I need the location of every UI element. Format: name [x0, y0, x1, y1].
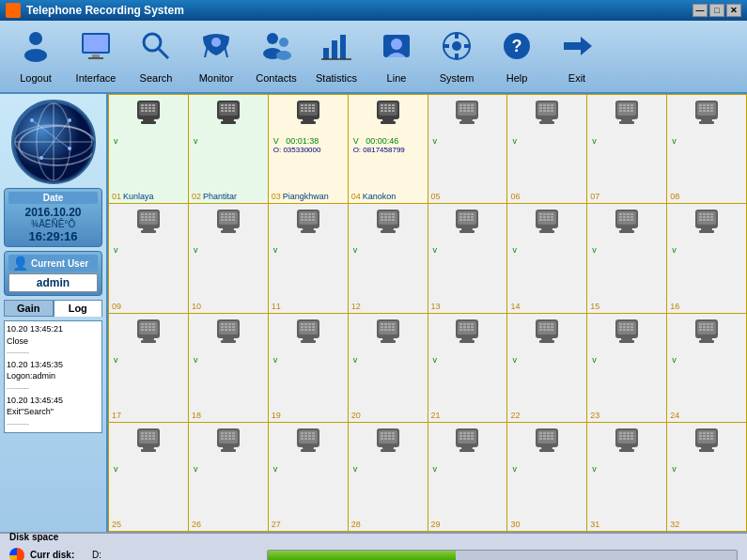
phone-cell-bottom: 12 — [351, 302, 425, 311]
phone-cell[interactable]: v 25 — [109, 423, 189, 532]
maximize-button[interactable]: □ — [709, 4, 724, 17]
main-area: Date 2016.10.20 ¾ÄËÑÊ°Ô 16:29:16 👤 Curre… — [0, 94, 747, 532]
phone-cell[interactable]: v 19 — [269, 314, 349, 423]
line-button[interactable]: Line — [368, 23, 425, 89]
svg-rect-430 — [141, 432, 144, 434]
svg-rect-368 — [467, 323, 470, 325]
phone-cell[interactable]: v 27 — [269, 423, 349, 532]
svg-rect-513 — [551, 432, 553, 434]
phone-cell[interactable]: v 05 — [428, 95, 508, 204]
svg-rect-161 — [710, 104, 713, 106]
phone-num: 05 — [431, 192, 441, 201]
help-button[interactable]: ? Help — [489, 23, 545, 89]
gain-tab[interactable]: Gain — [4, 300, 54, 317]
phone-cell[interactable]: v 18 — [189, 314, 269, 423]
svg-rect-446 — [221, 432, 224, 434]
minimize-button[interactable]: — — [693, 4, 708, 17]
close-button[interactable]: ✕ — [726, 4, 741, 17]
svg-rect-531 — [623, 435, 626, 437]
svg-rect-145 — [630, 104, 633, 106]
svg-rect-447 — [225, 432, 227, 434]
svg-rect-345 — [312, 329, 315, 331]
svg-rect-416 — [707, 323, 709, 325]
monitor-icon — [199, 29, 233, 70]
svg-rect-403 — [623, 326, 626, 328]
svg-rect-136 — [547, 110, 550, 112]
svg-rect-144 — [627, 104, 630, 106]
phone-cell[interactable]: v 01 Kunlaya — [109, 95, 189, 204]
svg-rect-65 — [232, 104, 235, 106]
phone-cell[interactable]: V 00:00:46O: 0817458799 04 Kanokon — [349, 95, 428, 204]
log-tab[interactable]: Log — [54, 300, 103, 317]
svg-rect-209 — [312, 213, 315, 215]
phone-cell[interactable]: v 02 Phantitar — [189, 95, 269, 204]
phone-cell[interactable]: v 14 — [507, 204, 587, 313]
phone-cell[interactable]: v 12 — [349, 204, 428, 313]
svg-rect-23 — [455, 33, 459, 39]
svg-rect-285 — [699, 230, 714, 233]
phone-cell[interactable]: v 20 — [349, 314, 428, 423]
svg-rect-316 — [223, 336, 234, 340]
phone-cell[interactable]: v 31 — [587, 423, 667, 532]
phone-cell[interactable]: v 29 — [428, 423, 508, 532]
svg-rect-310 — [141, 329, 144, 331]
phone-cell[interactable]: v 08 — [667, 95, 747, 204]
svg-rect-334 — [301, 323, 303, 325]
phone-cell[interactable]: v 24 — [667, 314, 747, 423]
phone-cell[interactable]: v 10 — [189, 204, 269, 313]
contacts-button[interactable]: Contacts — [248, 23, 304, 89]
svg-rect-484 — [388, 435, 391, 437]
phone-status: V 00:00:46 — [351, 136, 399, 146]
statistics-button[interactable]: Statistics — [308, 23, 365, 89]
phone-cell[interactable]: v 16 — [667, 204, 747, 313]
svg-point-13 — [279, 38, 288, 47]
phone-cell[interactable]: v 06 — [507, 95, 587, 204]
svg-rect-300 — [143, 336, 154, 340]
svg-rect-255 — [543, 213, 546, 215]
svg-rect-268 — [621, 226, 632, 230]
phone-cell[interactable]: v 09 — [109, 204, 189, 313]
phone-icon — [132, 427, 165, 463]
svg-rect-52 — [148, 107, 151, 109]
phone-cell[interactable]: v 11 — [269, 204, 349, 313]
phone-cell[interactable]: v 26 — [189, 423, 269, 532]
system-button[interactable]: System — [428, 23, 485, 89]
phone-cell[interactable]: v 07 — [587, 95, 667, 204]
help-label: Help — [506, 72, 528, 84]
svg-rect-200 — [228, 219, 231, 221]
svg-rect-174 — [141, 213, 144, 215]
phone-cell[interactable]: v 17 — [109, 314, 189, 423]
svg-rect-342 — [301, 329, 303, 331]
svg-rect-180 — [148, 216, 151, 218]
svg-rect-307 — [145, 326, 148, 328]
svg-rect-146 — [619, 107, 622, 109]
interface-icon — [79, 29, 113, 70]
phone-cell[interactable]: v 32 — [667, 423, 747, 532]
logout-icon — [19, 29, 53, 70]
logout-button[interactable]: Logout — [8, 23, 64, 89]
phone-cell[interactable]: v 28 — [349, 423, 428, 532]
svg-point-14 — [276, 51, 291, 60]
phone-cell[interactable]: v 22 — [507, 314, 587, 423]
interface-button[interactable]: Interface — [68, 23, 124, 89]
phone-cell[interactable]: v 13 — [428, 204, 508, 313]
svg-rect-26 — [464, 44, 470, 48]
phone-cell[interactable]: v 30 — [507, 423, 587, 532]
svg-rect-504 — [467, 438, 470, 440]
phone-status: v — [192, 355, 198, 365]
phone-cell[interactable]: V 00:01:38O: 035330000 03 Piangkhwan — [269, 95, 349, 204]
search-button[interactable]: Search — [128, 23, 184, 89]
phone-cell[interactable]: v 21 — [428, 314, 508, 423]
svg-rect-497 — [471, 432, 474, 434]
svg-rect-450 — [221, 435, 224, 437]
phone-num: 32 — [670, 520, 679, 529]
phone-name: Piangkhwan — [283, 192, 329, 201]
svg-rect-518 — [539, 438, 542, 440]
phone-grid: v 01 Kunlaya v 02 Phantitar V 00:01:38O:… — [108, 94, 747, 532]
phone-cell[interactable]: v 15 — [587, 204, 667, 313]
svg-rect-239 — [463, 213, 466, 215]
exit-button[interactable]: Exit — [549, 23, 605, 89]
monitor-button[interactable]: Monitor — [188, 23, 244, 89]
svg-rect-153 — [630, 110, 633, 112]
phone-cell[interactable]: v 23 — [587, 314, 667, 423]
